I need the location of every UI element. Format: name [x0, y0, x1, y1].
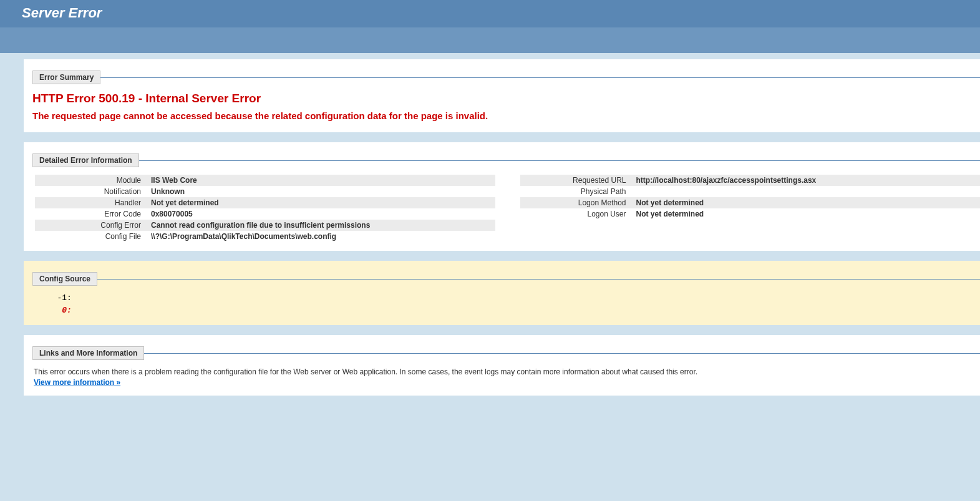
logon-method-value: Not yet determined [633, 197, 981, 208]
physical-path-label: Physical Path [520, 186, 633, 197]
table-row: Config File \\?\G:\ProgramData\QlikTech\… [35, 231, 495, 242]
details-table-right: Requested URL http://localhost:80/ajaxzf… [520, 175, 981, 220]
requested-url-value: http://localhost:80/ajaxzfc/accesspoints… [633, 175, 981, 186]
config-error-label: Config Error [35, 220, 147, 231]
config-line-2: 0: [42, 304, 970, 317]
config-file-label: Config File [35, 231, 147, 242]
table-row: Notification Unknown [35, 186, 495, 197]
logon-user-value: Not yet determined [633, 208, 981, 220]
config-source-section: Config Source -1: 0: [24, 261, 980, 325]
notification-label: Notification [35, 186, 147, 197]
page-header-top: Server Error [0, 0, 980, 27]
notification-value: Unknown [147, 186, 495, 197]
detailed-error-section: Detailed Error Information Module IIS We… [24, 142, 980, 251]
config-error-value: Cannot read configuration file due to in… [147, 220, 495, 231]
table-row: Logon Method Not yet determined [520, 197, 981, 208]
page-header-sub [0, 27, 980, 53]
detailed-error-legend: Detailed Error Information [32, 153, 139, 167]
details-container: Module IIS Web Core Notification Unknown… [32, 175, 980, 242]
error-summary-section: Error Summary HTTP Error 500.19 - Intern… [24, 59, 980, 132]
logon-method-label: Logon Method [520, 197, 633, 208]
table-row: Handler Not yet determined [35, 197, 495, 208]
logon-user-label: Logon User [520, 208, 633, 220]
handler-value: Not yet determined [147, 197, 495, 208]
content-wrapper: Error Summary HTTP Error 500.19 - Intern… [0, 53, 980, 396]
links-more-legend: Links and More Information [32, 346, 144, 360]
details-table-left: Module IIS Web Core Notification Unknown… [35, 175, 495, 242]
error-code-label: Error Code [35, 208, 147, 220]
error-summary-fieldset: Error Summary HTTP Error 500.19 - Intern… [32, 71, 980, 124]
config-line-1: -1: [42, 292, 970, 304]
error-code-value: 0x80070005 [147, 208, 495, 220]
details-col-right: Requested URL http://localhost:80/ajaxzf… [520, 175, 981, 242]
module-label: Module [35, 175, 147, 186]
table-row: Logon User Not yet determined [520, 208, 981, 220]
error-subtitle: The requested page cannot be accessed be… [32, 110, 980, 121]
links-more-section: Links and More Information This error oc… [24, 335, 980, 396]
links-more-text: This error occurs when there is a proble… [34, 367, 980, 376]
table-row: Requested URL http://localhost:80/ajaxzf… [520, 175, 981, 186]
table-row: Error Code 0x80070005 [35, 208, 495, 220]
config-source-legend: Config Source [32, 272, 97, 286]
config-source-fieldset: Config Source -1: 0: [32, 272, 980, 316]
handler-label: Handler [35, 197, 147, 208]
module-value: IIS Web Core [147, 175, 495, 186]
details-col-left: Module IIS Web Core Notification Unknown… [35, 175, 495, 242]
table-row: Config Error Cannot read configuration f… [35, 220, 495, 231]
config-file-value: \\?\G:\ProgramData\QlikTech\Documents\we… [147, 231, 495, 242]
page-title: Server Error [22, 5, 958, 21]
links-more-fieldset: Links and More Information This error oc… [32, 346, 980, 387]
table-row: Physical Path [520, 186, 981, 197]
config-source-content: -1: 0: [32, 286, 980, 316]
physical-path-value [633, 186, 981, 197]
view-more-info-link[interactable]: View more information » [34, 378, 120, 387]
detailed-error-fieldset: Detailed Error Information Module IIS We… [32, 153, 980, 242]
table-row: Module IIS Web Core [35, 175, 495, 186]
error-summary-legend: Error Summary [32, 71, 100, 84]
requested-url-label: Requested URL [520, 175, 633, 186]
error-title: HTTP Error 500.19 - Internal Server Erro… [32, 92, 980, 105]
